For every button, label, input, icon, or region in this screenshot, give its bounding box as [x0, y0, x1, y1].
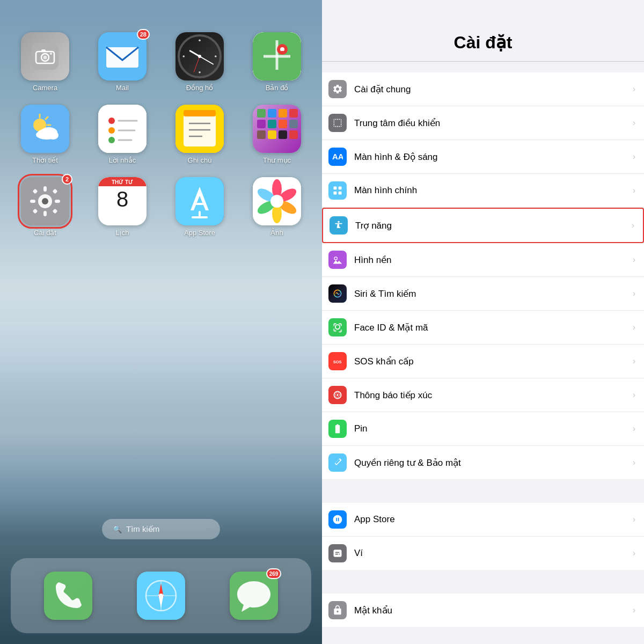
app-settings[interactable]: 2 Cài đặt: [11, 177, 79, 237]
svg-point-30: [108, 127, 115, 134]
settings-row-exposure[interactable]: Thông báo tiếp xúc ›: [322, 378, 644, 412]
svg-rect-57: [43, 211, 47, 216]
svg-rect-56: [43, 186, 47, 192]
wallet-label: Ví: [354, 548, 628, 559]
app-photos[interactable]: Ảnh: [243, 177, 311, 237]
app-calendar[interactable]: THỨ TƯ 8 Lịch: [88, 177, 157, 237]
settings-row-display[interactable]: AA Màn hình & Độ sáng ›: [322, 140, 644, 174]
clock-label: Đồng hồ: [186, 84, 214, 92]
app-camera[interactable]: Camera: [11, 32, 79, 92]
svg-point-85: [159, 594, 163, 598]
svg-rect-47: [279, 120, 287, 128]
hs-chevron: ›: [633, 186, 635, 195]
settings-row-faceid[interactable]: Face ID & Mặt mã ›: [322, 311, 644, 345]
app-store-label: App Store: [354, 514, 628, 525]
wallet-icon: [328, 544, 347, 562]
bat-chevron: ›: [633, 424, 635, 434]
settings-row-appstore[interactable]: App Store ›: [322, 503, 644, 537]
svg-point-103: [340, 394, 341, 396]
settings-panel: Cài đặt Cài đặt chung › Trung tâm điều k…: [322, 0, 644, 644]
app-appstore[interactable]: App Store: [165, 177, 234, 237]
wp-chevron: ›: [633, 255, 635, 265]
app-reminders[interactable]: Lời nhắc: [88, 105, 157, 164]
priv-chevron: ›: [633, 458, 635, 467]
privacy-icon: [328, 453, 347, 472]
settings-header: Cài đặt: [322, 0, 644, 62]
svg-rect-52: [289, 130, 298, 139]
svg-point-94: [335, 257, 337, 259]
search-bar[interactable]: 🔍 Tìm kiếm: [102, 519, 220, 539]
settings-row-control-center[interactable]: Trung tâm điều khiển ›: [322, 106, 644, 140]
svg-text:AA: AA: [332, 152, 343, 161]
app-store-icon: [328, 510, 347, 529]
settings-row-siri[interactable]: Siri & Tìm kiếm ›: [322, 277, 644, 311]
svg-point-3: [43, 56, 47, 60]
app-clock[interactable]: Đồng hồ: [165, 32, 234, 92]
control-center-label: Trung tâm điều khiển: [354, 118, 628, 129]
settings-row-wallpaper[interactable]: Hình nền ›: [322, 243, 644, 277]
display-icon: AA: [328, 148, 347, 166]
svg-rect-4: [41, 49, 46, 52]
settings-row-passwords[interactable]: Mật khẩu ›: [322, 594, 644, 627]
settings-title: Cài đặt: [335, 32, 631, 53]
home-screen-label: Màn hình chính: [354, 185, 628, 196]
svg-point-92: [338, 221, 339, 223]
app-weather[interactable]: Thời tiết: [11, 105, 79, 164]
passwords-icon: [328, 601, 347, 619]
battery-label: Pin: [354, 423, 628, 434]
exposure-icon: [328, 386, 347, 404]
wallpaper-icon: [328, 251, 347, 269]
settings-section-1: Cài đặt chung › Trung tâm điều khiển › A…: [322, 72, 644, 479]
svg-rect-88: [334, 187, 337, 190]
svg-rect-43: [279, 109, 287, 118]
svg-point-31: [108, 137, 115, 143]
dock: 269: [11, 558, 311, 633]
settings-row-sos[interactable]: SOS SOS khẩn cấp ›: [322, 345, 644, 378]
settings-row-accessibility[interactable]: Trợ năng ›: [322, 208, 644, 243]
svg-point-8: [199, 39, 201, 41]
siri-label: Siri & Tìm kiếm: [354, 288, 628, 299]
reminders-label: Lời nhắc: [109, 156, 136, 164]
app-notes[interactable]: Ghi chú: [165, 105, 234, 164]
general-chevron: ›: [633, 84, 635, 94]
svg-point-27: [36, 130, 57, 140]
faceid-icon: [328, 318, 347, 336]
svg-rect-58: [30, 200, 35, 203]
settings-row-wallet[interactable]: Ví ›: [322, 537, 644, 570]
battery-icon: [328, 420, 347, 438]
calendar-day-number: 8: [116, 188, 128, 210]
svg-rect-46: [268, 120, 276, 128]
svg-rect-41: [257, 109, 266, 118]
svg-rect-89: [339, 187, 342, 190]
svg-rect-28: [98, 105, 147, 153]
svg-point-11: [182, 55, 185, 57]
calendar-label: Lịch: [116, 229, 129, 237]
svg-rect-45: [257, 120, 266, 128]
svg-text:SOS: SOS: [333, 360, 342, 364]
settings-row-general[interactable]: Cài đặt chung ›: [322, 72, 644, 106]
settings-row-privacy[interactable]: Quyền riêng tư & Bảo mật ›: [322, 446, 644, 479]
cc-chevron: ›: [633, 118, 635, 128]
app-mail[interactable]: 28 Mail: [88, 32, 157, 92]
svg-point-29: [108, 118, 115, 124]
acc-chevron: ›: [632, 221, 634, 230]
svg-rect-51: [279, 130, 287, 139]
display-label: Màn hình & Độ sáng: [354, 151, 628, 163]
settings-section-2: App Store › Ví ›: [322, 503, 644, 570]
app-maps[interactable]: Bản đồ: [243, 32, 311, 92]
settings-row-home-screen[interactable]: Màn hình chính ›: [322, 174, 644, 208]
mail-badge: 28: [137, 29, 150, 40]
dock-messages[interactable]: 269: [230, 572, 278, 620]
dock-phone[interactable]: [44, 572, 92, 620]
app-folder[interactable]: Thư mục: [243, 105, 311, 164]
settings-badge: 2: [62, 174, 72, 185]
svg-point-99: [336, 394, 338, 396]
svg-point-9: [215, 55, 217, 57]
faceid-label: Face ID & Mặt mã: [354, 322, 628, 333]
wallpaper-label: Hình nền: [354, 254, 628, 266]
control-center-icon: [328, 114, 347, 132]
settings-row-battery[interactable]: Pin ›: [322, 412, 644, 446]
svg-point-10: [199, 71, 201, 74]
appstore-label: App Store: [184, 229, 215, 237]
dock-safari[interactable]: [137, 572, 185, 620]
